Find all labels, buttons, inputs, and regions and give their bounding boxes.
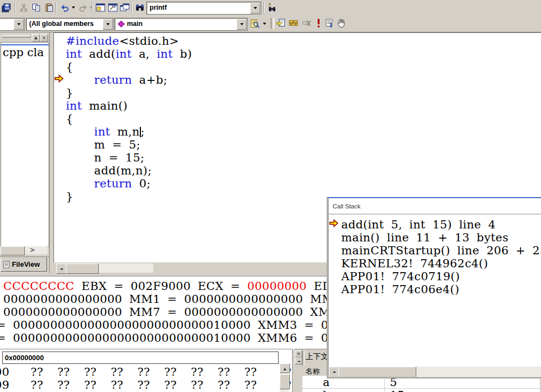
wizard-actions-button[interactable] — [249, 18, 261, 30]
code-line[interactable]: } — [66, 190, 192, 203]
code-line[interactable]: int main() — [66, 99, 192, 112]
panel-minimize-button[interactable]: ▲ — [32, 34, 40, 42]
variable-row[interactable]: b15 — [302, 389, 540, 392]
class-combo[interactable] — [0, 18, 25, 31]
hand-icon — [337, 19, 346, 28]
copy-icon — [32, 3, 40, 12]
memory-address-input[interactable]: 0x00000000 — [2, 352, 279, 364]
paste-icon — [45, 3, 53, 12]
call-stack-frames: add(int 5, int 15) line 4main() line 11 … — [329, 218, 541, 296]
workspace-tree[interactable]: cpp cla — [1, 42, 49, 247]
panel-close-button[interactable]: × — [40, 34, 48, 42]
code-segment: m,n — [110, 125, 139, 138]
breakpoint-button[interactable] — [335, 17, 347, 29]
panel-hscrollbar-thumb[interactable] — [1, 246, 25, 255]
workspace-panel: ▲ × cpp cla > FileView — [0, 32, 50, 273]
call-stack-frame[interactable]: KERNEL32! 744962c4() — [329, 257, 541, 270]
code-segment: a+b; — [132, 73, 167, 86]
paste-button[interactable] — [43, 2, 55, 13]
code-line[interactable]: #include<stdio.h> — [66, 35, 192, 48]
window-list-button[interactable] — [119, 2, 131, 13]
code-segment — [66, 73, 94, 86]
call-stack-frame[interactable]: mainCRTStartup() line 206 + 25 b — [329, 244, 541, 257]
code-segment: 0; — [132, 177, 151, 190]
call-stack-scroll-left-button[interactable]: ◄ — [329, 367, 339, 377]
go-button[interactable] — [323, 17, 335, 29]
cut-button[interactable] — [18, 2, 30, 13]
filter-combo-dropdown-button[interactable] — [103, 19, 113, 30]
code-segment: <stdio.h> — [119, 35, 179, 48]
code-line[interactable]: { — [66, 112, 192, 125]
current-statement-arrow-icon — [55, 75, 64, 83]
code-line[interactable]: n = 15; — [66, 151, 192, 164]
copy-button[interactable] — [30, 2, 42, 13]
code-line[interactable]: { — [66, 60, 192, 73]
code-segment: } — [66, 190, 73, 203]
find-combo-dropdown-button[interactable] — [250, 3, 260, 13]
redo-dropdown-button[interactable] — [88, 2, 94, 13]
member-combo[interactable]: main — [114, 18, 248, 31]
code-line[interactable]: } — [66, 86, 192, 99]
code-line[interactable]: return a+b; — [66, 73, 192, 86]
code-segment: return — [94, 177, 132, 190]
call-stack-frame[interactable]: APP01! 774c06e4() — [329, 283, 541, 296]
call-stack-hscrollbar-thumb[interactable] — [339, 367, 416, 377]
member-combo-text: main — [127, 20, 143, 28]
find-combo[interactable]: printf — [146, 2, 261, 15]
memory-vscrollbar-thumb[interactable] — [280, 374, 290, 389]
code-segment: int — [116, 48, 132, 60]
wizard-actions-dropdown-button[interactable] — [261, 18, 268, 30]
workspace-window-icon — [96, 3, 105, 12]
call-stack-title: Call Stack — [333, 203, 361, 209]
variables-close-button[interactable]: × — [295, 350, 302, 357]
code-line[interactable]: return 0; — [66, 177, 192, 190]
call-stack-title-divider — [329, 214, 541, 214]
editor-hscrollbar-thumb[interactable] — [66, 263, 99, 274]
tab-fileview-label: FileView — [12, 260, 40, 268]
member-combo-value: main — [118, 20, 236, 28]
redo-icon — [79, 4, 87, 12]
call-stack-frame[interactable]: add(int 5, int 15) line 4 — [329, 218, 541, 231]
toolbar-separator — [263, 2, 265, 13]
build-button[interactable] — [288, 17, 300, 29]
code-segment: ; — [141, 125, 145, 138]
member-diamond-icon — [118, 21, 125, 28]
code-segment: { — [66, 112, 73, 125]
member-combo-dropdown-button[interactable] — [236, 19, 247, 30]
search-help-button[interactable]: ? — [266, 2, 278, 13]
class-combo-dropdown-button[interactable] — [13, 19, 24, 30]
code-line[interactable]: int add(int a, int b) — [66, 48, 192, 60]
dock-gripper[interactable] — [2, 35, 31, 38]
call-stack-frame[interactable]: main() line 11 + 13 bytes — [329, 231, 541, 244]
code-line[interactable]: add(m,n); — [66, 164, 192, 177]
variables-scroll-left-button[interactable]: ◄ — [295, 357, 302, 364]
editor-scroll-left-button[interactable]: ◄ — [56, 263, 66, 274]
filter-combo[interactable]: (All global members — [26, 18, 114, 31]
workspace-toggle-button[interactable] — [94, 2, 106, 13]
find-in-files-button[interactable] — [134, 2, 146, 13]
stop-build-button[interactable] — [301, 17, 313, 29]
tab-fileview[interactable]: FileView — [1, 258, 47, 272]
memory-rows: 00 ?? ?? ?? ?? ?? ?? ?? ?? ?? ?????????0… — [0, 366, 293, 391]
toolbar-separator — [56, 2, 57, 13]
output-toggle-button[interactable] — [107, 2, 119, 13]
code-line[interactable]: int m,n; — [66, 125, 192, 138]
variables-context-label: 上下文 — [306, 352, 328, 362]
code-segment: n = 15; — [66, 151, 144, 164]
memory-scroll-up-button[interactable]: ▲ — [280, 363, 290, 373]
frame-text: APP01! 774c0719() — [341, 270, 460, 283]
binoculars-icon — [135, 3, 145, 12]
redo-button[interactable] — [77, 2, 89, 13]
undo-button[interactable] — [59, 2, 71, 13]
undo-dropdown-button[interactable] — [70, 2, 77, 13]
code-line[interactable]: m = 5; — [66, 138, 192, 151]
save-all-button[interactable] — [1, 2, 13, 13]
execute-program-button[interactable] — [313, 17, 324, 29]
panel-scroll-right-icon[interactable]: > — [30, 246, 35, 254]
frame-text: main() line 11 + 13 bytes — [341, 231, 509, 244]
compile-button[interactable] — [275, 17, 287, 29]
tree-item-label[interactable]: cpp cla — [3, 46, 44, 59]
code-lines[interactable]: #include<stdio.h>int add(int a, int b){ … — [66, 35, 192, 203]
call-stack-frame[interactable]: APP01! 774c0719() — [329, 270, 541, 283]
compile-icon — [276, 18, 286, 28]
